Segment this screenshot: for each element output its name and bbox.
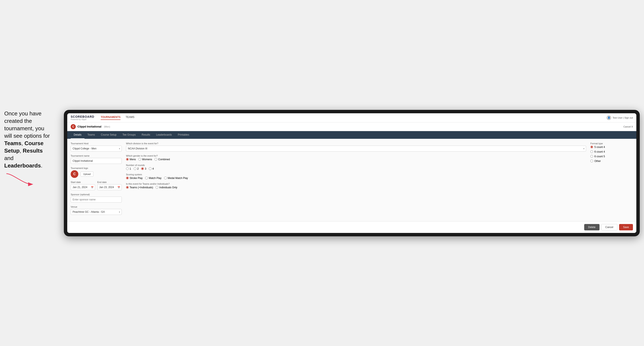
main-content: Tournament Host Clippd College - Men Tou… <box>67 139 636 221</box>
end-date-label: End date <box>97 181 122 183</box>
tournament-subtitle: (Men) <box>104 125 110 128</box>
sponsor-group: Sponsor (optional) <box>71 193 122 202</box>
venue-select[interactable]: Peachtree GC - Atlanta - GA <box>71 209 122 215</box>
name-group: Tournament name <box>71 155 122 164</box>
rounds-group: Number of rounds 1 2 3 <box>126 164 586 170</box>
format-6count4[interactable]: 6 count 4 <box>590 150 633 153</box>
upload-button[interactable]: Upload <box>80 172 94 176</box>
rounds-label: Number of rounds <box>126 164 586 167</box>
cancel-top-button[interactable]: Cancel X <box>623 125 633 128</box>
cancel-button[interactable]: Cancel <box>601 224 617 230</box>
format-other[interactable]: Other <box>590 160 633 163</box>
format-5count4[interactable]: 5 count 4 <box>590 146 633 149</box>
tournament-title: C Clippd Invitational (Men) <box>71 124 110 129</box>
tab-bar: Details Teams Course Setup Tee Groups Re… <box>67 131 636 139</box>
delete-button[interactable]: Delete <box>584 224 600 230</box>
format-label: Format type <box>590 142 633 145</box>
format-group: Format type 5 count 4 6 count 4 6 count … <box>590 142 633 163</box>
teams-group: Is this event for Teams and/or Individua… <box>126 182 586 189</box>
host-group: Tournament Host Clippd College - Men <box>71 142 122 152</box>
scoring-match[interactable]: Match Play <box>145 176 161 179</box>
gender-womens[interactable]: Womens <box>138 158 152 161</box>
end-date-input[interactable] <box>97 184 122 190</box>
venue-label: Venue <box>71 205 122 208</box>
right-column: Format type 5 count 4 6 count 4 6 count … <box>590 142 633 218</box>
top-nav: SCOREBOARD Powered by clippd TOURNAMENTS… <box>67 113 636 122</box>
start-date-group: Start date <box>71 181 95 190</box>
teams-plus-individuals[interactable]: Teams (+Individuals) <box>126 186 153 189</box>
left-column: Tournament Host Clippd College - Men Tou… <box>71 142 122 218</box>
individuals-only[interactable]: Individuals Only <box>156 186 177 189</box>
tournament-name: Clippd Invitational <box>78 125 102 128</box>
teams-label: Is this event for Teams and/or Individua… <box>126 182 586 185</box>
bottom-bar: Delete Cancel Save <box>67 221 636 233</box>
gender-mens[interactable]: Mens <box>126 158 136 161</box>
tournament-header: C Clippd Invitational (Men) Cancel X <box>67 122 636 131</box>
sidebar-description: Once you have created the tournament, yo… <box>4 110 51 170</box>
rounds-1[interactable]: 1 <box>126 167 131 170</box>
format-6count5[interactable]: 6 count 5 <box>590 155 633 158</box>
save-button[interactable]: Save <box>619 224 633 230</box>
gender-combined[interactable]: Combined <box>154 158 170 161</box>
start-date-label: Start date <box>71 181 95 183</box>
tournament-badge: C <box>71 124 76 129</box>
host-select[interactable]: Clippd College - Men <box>71 146 122 152</box>
avatar: 👤 <box>606 115 611 120</box>
gender-radio-group: Mens Womens Combined <box>126 158 586 161</box>
rounds-3[interactable]: 3 <box>141 167 146 170</box>
gender-label: Which gender is the event for? <box>126 155 586 157</box>
scoring-radio-group: Stroke Play Match Play Medal Match Play <box>126 176 586 179</box>
user-label[interactable]: Test User | Sign out <box>612 117 633 119</box>
name-label: Tournament name <box>71 155 122 157</box>
user-area: 👤 Test User | Sign out <box>606 115 633 120</box>
scoring-medal[interactable]: Medal Match Play <box>164 176 188 179</box>
scoring-group: Scoring system Stroke Play Match Play Me… <box>126 173 586 179</box>
venue-group: Venue Peachtree GC - Atlanta - GA <box>71 205 122 215</box>
teams-radio-group: Teams (+Individuals) Individuals Only <box>126 186 586 189</box>
division-group: Which division is the event for? NCAA Di… <box>126 142 586 152</box>
logo-circle: C <box>71 170 78 178</box>
logo: SCOREBOARD Powered by clippd <box>71 115 94 121</box>
tab-teams[interactable]: Teams <box>84 131 98 139</box>
scoring-stroke[interactable]: Stroke Play <box>126 176 142 179</box>
tab-details[interactable]: Details <box>71 131 84 139</box>
sponsor-label: Sponsor (optional) <box>71 193 122 196</box>
gender-group: Which gender is the event for? Mens Wome… <box>126 155 586 161</box>
scoring-label: Scoring system <box>126 173 586 176</box>
mid-column: Which division is the event for? NCAA Di… <box>126 142 586 218</box>
nav-tournaments[interactable]: TOURNAMENTS <box>101 116 120 120</box>
nav-links: TOURNAMENTS TEAMS <box>101 116 134 120</box>
nav-teams[interactable]: TEAMS <box>126 116 134 120</box>
rounds-radio-group: 1 2 3 4 <box>126 167 586 170</box>
sponsor-input[interactable] <box>71 197 122 202</box>
division-select[interactable]: NCAA Division III <box>126 146 586 152</box>
tab-leaderboards[interactable]: Leaderboards <box>153 131 175 139</box>
host-label: Tournament Host <box>71 142 122 145</box>
start-date-input[interactable] <box>71 184 95 190</box>
end-date-group: End date <box>97 181 122 190</box>
tab-results[interactable]: Results <box>138 131 153 139</box>
logo-group: Tournament logo C Upload <box>71 167 122 178</box>
tab-printables[interactable]: Printables <box>175 131 192 139</box>
division-label: Which division is the event for? <box>126 142 586 145</box>
logo-label: Tournament logo <box>71 167 122 170</box>
name-input[interactable] <box>71 158 122 164</box>
rounds-4[interactable]: 4 <box>149 167 154 170</box>
tab-course-setup[interactable]: Course Setup <box>98 131 120 139</box>
tab-tee-groups[interactable]: Tee Groups <box>120 131 138 139</box>
rounds-2[interactable]: 2 <box>134 167 139 170</box>
logo-sub: Powered by clippd <box>71 118 94 121</box>
date-row: Start date End date <box>71 181 122 193</box>
logo-text: SCOREBOARD <box>71 115 94 118</box>
arrow-icon <box>4 172 34 188</box>
